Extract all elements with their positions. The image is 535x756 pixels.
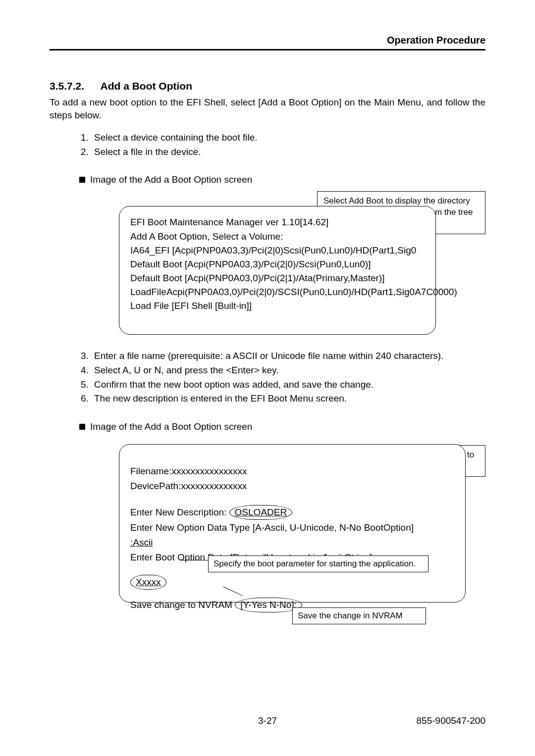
steps-list-2: Enter a file name (prerequisite: a ASCII… — [50, 350, 485, 405]
devicepath-value: xxxxxxxxxxxxxx — [181, 481, 247, 491]
steps-list-1: Select a device containing the boot file… — [50, 131, 485, 158]
leader-line — [180, 560, 209, 560]
step: Enter a file name (prerequisite: a ASCII… — [91, 350, 485, 363]
figure-caption-text: Image of the Add a Boot Option screen — [90, 174, 252, 185]
screen-line: Enter New Description: OSLOADER — [130, 505, 454, 520]
step: Select a file in the device. — [91, 146, 485, 159]
screen-line: LoadFileAcpi(PNP0A03,0)/Pci(2|0)/SCSI(Pu… — [130, 285, 425, 299]
screen-line: IA64_EFI [Acpi(PNP0A03,3)/Pci(2|0)Scsi(P… — [130, 244, 425, 257]
description-label: Enter New Description: — [130, 507, 226, 517]
figure-caption-1: Image of the Add a Boot Option screen — [79, 174, 485, 185]
figure-2: Specify the title of the new description… — [69, 438, 485, 631]
boot-data-value-circled: Xxxxx — [130, 575, 166, 590]
square-bullet-icon — [79, 177, 85, 183]
figure-caption-2: Image of the Add a Boot Option screen — [79, 421, 485, 432]
step: The new description is entered in the EF… — [91, 392, 485, 405]
screen-line: Enter New Option Data Type [A-Ascii, U-U… — [130, 521, 454, 535]
step: Confirm that the new boot option was add… — [91, 378, 485, 392]
screen-line: DevicePath:xxxxxxxxxxxxxx — [130, 479, 454, 493]
screen-line: Xxxxx — [130, 575, 454, 590]
screen-mock-1: EFI Boot Maintenance Manager ver 1.10[14… — [119, 206, 436, 335]
callout-box: Save the change in NVRAM — [292, 607, 426, 624]
screen-line: Add A Boot Option, Select a Volume: — [130, 230, 425, 244]
page-header: Operation Procedure — [50, 35, 485, 46]
screen-line: Default Boot [Acpi(PNP0A03,3)/Pci(2|0)/S… — [130, 257, 425, 271]
screen-mock-2: Filename:xxxxxxxxxxxxxxxx DevicePath:xxx… — [119, 444, 466, 603]
screen-line: Filename:xxxxxxxxxxxxxxxx — [130, 464, 454, 478]
section-number: 3.5.7.2. — [50, 80, 84, 92]
filename-label: Filename: — [130, 466, 171, 476]
description-value-circled: OSLOADER — [229, 505, 293, 520]
intro-paragraph: To add a new boot option to the EFI Shel… — [50, 96, 485, 121]
devicepath-label: DevicePath: — [130, 481, 181, 491]
square-bullet-icon — [79, 424, 85, 430]
data-type-value: :Ascii — [130, 536, 454, 550]
filename-value: xxxxxxxxxxxxxxxx — [171, 466, 247, 476]
screen-line: Load File [EFI Shell [Built-in]] — [130, 299, 425, 313]
screen-line: EFI Boot Maintenance Manager ver 1.10[14… — [130, 215, 425, 229]
step: Select A, U or N, and press the <Enter> … — [91, 364, 485, 377]
save-label: Save change to NVRAM — [130, 600, 232, 610]
section-heading: 3.5.7.2. Add a Boot Option — [50, 80, 485, 92]
callout-box: Specify the boot parameter for starting … — [208, 555, 428, 572]
screen-line: Default Boot [Acpi(PNP0A03,0)/Pci(2|1)/A… — [130, 271, 425, 285]
step: Select a device containing the boot file… — [91, 131, 485, 145]
page-number: 3-27 — [50, 715, 485, 726]
header-rule — [50, 49, 485, 50]
figure-1: Select Add Boot to display the directory… — [69, 191, 485, 340]
section-title: Add a Boot Option — [101, 80, 192, 92]
figure-caption-text: Image of the Add a Boot Option screen — [90, 421, 252, 432]
page-footer: 3-27 855-900547-200 — [50, 715, 485, 726]
blank-line — [130, 494, 454, 504]
blank-line — [130, 591, 454, 597]
